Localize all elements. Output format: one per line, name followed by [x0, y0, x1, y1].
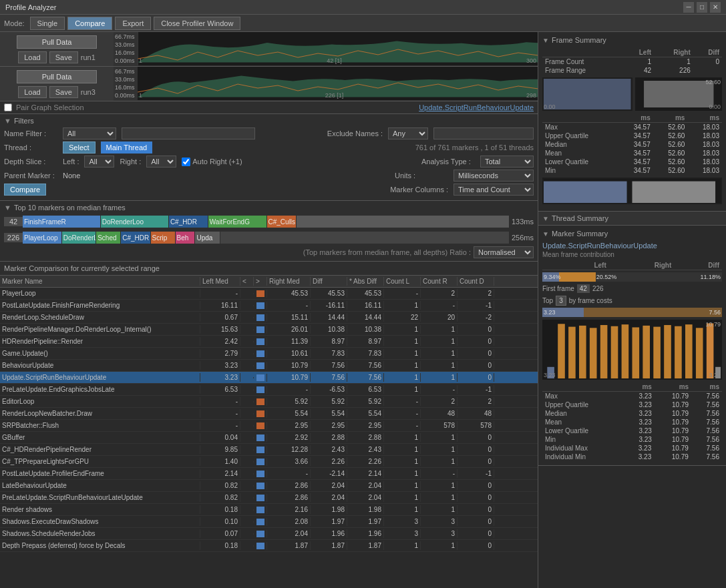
td-bar-right	[254, 302, 267, 310]
close-profiler-button[interactable]: Close Profiler Window	[154, 17, 240, 30]
marker-columns-select[interactable]: Time and Count	[453, 184, 534, 196]
fss-left: 34.57	[618, 158, 653, 166]
table-row[interactable]: SRPBatcher::Flush - 2.95 2.95 2.95 - 578…	[0, 420, 538, 432]
td-left: -	[200, 397, 240, 406]
run3-zero-label: 0.00ms	[115, 92, 136, 99]
table-row[interactable]: Update.ScriptRunBehaviourUpdate 3.23 10.…	[0, 372, 538, 384]
run3-chart: 66.7ms 33.0ms 16.0ms 0.00ms 1 226 [1] 29…	[114, 67, 538, 100]
td-left: 6.53	[200, 385, 240, 394]
close-button[interactable]: ✕	[710, 2, 721, 13]
td-left: 0.82	[200, 481, 240, 490]
thread-summary-arrow-icon: ▼	[542, 215, 549, 222]
ratio-select[interactable]: Normalised	[474, 246, 534, 258]
run1-load-button[interactable]: Load	[18, 51, 46, 63]
table-row[interactable]: RenderLoopNewBatcher.Draw - 5.54 5.54 5.…	[0, 408, 538, 420]
td-name: Game.Update()	[0, 349, 200, 358]
mode-single-button[interactable]: Single	[30, 17, 65, 30]
table-row[interactable]: LateBehaviourUpdate 0.82 2.86 2.04 2.04 …	[0, 480, 538, 492]
chart-max-label: 52.60	[705, 79, 721, 85]
table-row[interactable]: Render shadows 0.18 2.16 1.98 1.98 1 1 0	[0, 504, 538, 516]
table-row[interactable]: RenderLoop.ScheduleDraw 0.67 15.11 14.44…	[0, 312, 538, 324]
table-row[interactable]: Game.Update() 2.79 10.61 7.83 7.83 1 1 0	[0, 348, 538, 360]
filters-header: ▼ Filters	[4, 117, 534, 125]
maximize-button[interactable]: □	[697, 2, 707, 13]
filters-section: ▼ Filters Name Filter : All Exclude Name…	[0, 114, 538, 201]
fs-diff	[693, 66, 722, 75]
td-countl: 1	[384, 505, 421, 514]
td-bar-left	[240, 389, 254, 390]
analysis-type-select[interactable]: Total	[480, 156, 534, 168]
name-filter-select[interactable]: All	[63, 127, 116, 139]
td-countd: -1	[458, 301, 494, 310]
bar-left-mini	[256, 507, 264, 513]
svg-rect-24	[685, 324, 693, 378]
exclude-names-select[interactable]: Any	[388, 127, 428, 139]
compare-button[interactable]: Compare	[4, 184, 46, 196]
frame-mini-chart	[542, 178, 722, 204]
td-countl: 1	[384, 373, 421, 382]
pair-graph-checkbox[interactable]	[4, 103, 12, 111]
left-select[interactable]: All	[84, 156, 114, 168]
fss-label: Upper Quartile	[542, 131, 618, 140]
right-select[interactable]: All	[146, 156, 176, 168]
table-row[interactable]: PostLateUpdate.ProfilerEndFrame 2.14 - -…	[0, 468, 538, 480]
units-select[interactable]: Milliseconds	[453, 170, 534, 182]
td-bar-left	[240, 377, 254, 378]
table-row[interactable]: PreLateUpdate.ScriptRunBehaviourLateUpda…	[0, 492, 538, 504]
td-bar-left	[240, 485, 254, 487]
td-countl: 1	[384, 469, 421, 478]
td-countr: 1	[421, 481, 458, 490]
run1-save-button[interactable]: Save	[49, 51, 78, 63]
td-countl: 1	[384, 457, 421, 466]
col-header-absdiff: * Abs Diff	[347, 277, 384, 286]
top-markers-title: Top 10 markers on median frames	[14, 204, 126, 212]
exclude-names-input[interactable]	[433, 127, 534, 139]
td-countr: 3	[421, 529, 458, 538]
table-row[interactable]: PlayerLoop - 45.53 45.53 45.53 - 2 2	[0, 288, 538, 300]
td-countr: 1	[421, 373, 458, 382]
table-row[interactable]: PreLateUpdate.EndGraphicsJobsLate 6.53 -…	[0, 384, 538, 396]
marker-seg-scrip: Scrip	[151, 232, 175, 244]
thread-summary-title: Thread Summary	[552, 214, 608, 222]
table-row[interactable]: Shadows.ScheduleRenderJobs 0.07 2.04 1.9…	[0, 528, 538, 540]
td-left: 0.18	[200, 505, 240, 514]
minimize-button[interactable]: ─	[683, 2, 694, 13]
td-countr: 1	[421, 505, 458, 514]
td-diff: -6.53	[311, 385, 347, 394]
td-countd: -1	[458, 469, 494, 478]
td-countr: 2	[421, 397, 458, 406]
bar-left-mini	[256, 338, 264, 345]
table-row[interactable]: C#_HDRenderPipelineRender 9.85 12.28 2.4…	[0, 444, 538, 456]
table-row[interactable]: EditorLoop - 5.92 5.92 5.92 - 2 2	[0, 396, 538, 408]
pair-graph-label: Pair Graph Selection	[16, 103, 84, 111]
auto-right-checkbox[interactable]	[182, 158, 190, 166]
ratio-label: (Top markers from median frame, all dept…	[303, 248, 471, 256]
table-row[interactable]: Shadows.ExecuteDrawShadows 0.10 2.08 1.9…	[0, 516, 538, 528]
svg-rect-23	[675, 326, 682, 378]
td-absdiff: 2.88	[347, 433, 384, 442]
table-row[interactable]: C#_TPPrepareLightsForGPU 1.40 3.66 2.26 …	[0, 456, 538, 468]
table-row[interactable]: GBuffer 0.04 2.92 2.88 2.88 1 1 0	[0, 432, 538, 444]
table-row[interactable]: PostLateUpdate.FinishFrameRendering 16.1…	[0, 300, 538, 312]
td-countl: -	[384, 409, 421, 418]
run1-pull-data-button[interactable]: Pull Data	[17, 35, 97, 49]
table-row[interactable]: HDRenderPipeline::Render 2.42 11.39 8.97…	[0, 336, 538, 348]
thread-select-button[interactable]: Select	[63, 141, 96, 154]
table-row[interactable]: Depth Prepass (deferred) force by Decals…	[0, 540, 538, 552]
td-countd: 578	[458, 421, 494, 430]
td-bar-left	[240, 521, 254, 523]
pair-graph-link[interactable]: Update.ScriptRunBehaviourUpdate	[419, 103, 534, 111]
fss-col-ms-r: ms	[653, 113, 688, 123]
table-row[interactable]: RenderPipelineManager.DoRenderLoop_Inter…	[0, 324, 538, 336]
export-button[interactable]: Export	[115, 17, 151, 30]
td-absdiff: 1.96	[347, 529, 384, 538]
run3-load-button[interactable]: Load	[18, 86, 46, 98]
run3-save-button[interactable]: Save	[49, 86, 78, 98]
name-filter-input[interactable]	[122, 127, 255, 139]
td-bar-right	[254, 506, 267, 514]
table-row[interactable]: BehaviourUpdate 3.23 10.79 7.56 7.56 1 1…	[0, 360, 538, 372]
run3-pull-data-button[interactable]: Pull Data	[17, 70, 97, 83]
fss-label: Min	[542, 166, 618, 175]
mode-compare-button[interactable]: Compare	[67, 17, 112, 30]
marker-stat-row: Max3.2310.797.56	[542, 392, 722, 401]
